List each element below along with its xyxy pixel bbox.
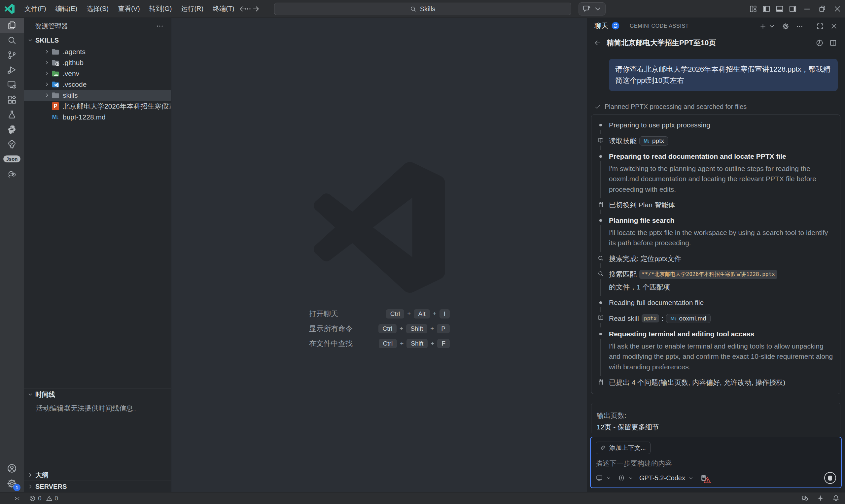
settings-badge: 1 <box>13 484 20 491</box>
file-badge[interactable]: M↓ ooxml.md <box>666 314 710 323</box>
timeline-message: 活动编辑器无法提供时间线信息。 <box>24 400 171 469</box>
copilot-chat-toggle-button[interactable] <box>579 2 605 16</box>
back-arrow-icon[interactable] <box>594 39 602 47</box>
paperclip-icon <box>600 445 606 451</box>
key: P <box>437 324 450 334</box>
usage-timer-icon[interactable] <box>816 39 824 47</box>
account-icon[interactable] <box>6 463 17 474</box>
activity-remote-explorer[interactable] <box>0 77 24 92</box>
menu-selection[interactable]: 选择(S) <box>82 0 113 18</box>
chevron-down-icon[interactable] <box>628 475 633 481</box>
section-skills[interactable]: SKILLS <box>24 34 171 46</box>
remote-indicator[interactable] <box>14 495 20 502</box>
github-folder-icon <box>51 59 60 66</box>
tree-check-icon <box>7 139 17 149</box>
code-context-icon[interactable] <box>618 474 625 482</box>
activity-pytest[interactable] <box>0 137 24 151</box>
toggle-panel-icon[interactable] <box>773 0 786 18</box>
skill-badge[interactable]: M↓ pptx <box>639 136 668 146</box>
menu-edit[interactable]: 编辑(E) <box>51 0 82 18</box>
mcp-server-warning-icon[interactable] <box>700 474 707 482</box>
toggle-secondary-sidebar-icon[interactable] <box>786 0 799 18</box>
menu-view[interactable]: 查看(V) <box>113 0 145 18</box>
new-chat-button[interactable] <box>759 22 776 30</box>
activity-json[interactable]: Json <box>0 151 24 166</box>
timeline-header[interactable]: 时间线 <box>24 389 171 400</box>
chevron-down-icon <box>593 5 602 13</box>
maximize-panel-icon[interactable] <box>816 22 824 30</box>
chat-more-icon[interactable] <box>796 22 804 30</box>
key: Alt <box>414 309 429 319</box>
activity-extensions[interactable] <box>0 92 24 107</box>
venv-folder-icon <box>51 70 60 77</box>
workbench: Json 1 资源管理器 <box>0 18 845 492</box>
chevron-down-icon[interactable] <box>688 475 693 481</box>
activity-testing[interactable] <box>0 107 24 122</box>
customize-layout-icon[interactable] <box>746 0 760 18</box>
shortcut-list: 打开聊天 Ctrl + Alt + I 显示所有命令 Ctrl + Shift <box>309 309 450 348</box>
command-center-search[interactable]: Skills <box>274 3 571 15</box>
editor-welcome: 打开聊天 Ctrl + Alt + I 显示所有命令 Ctrl + Shift <box>171 18 587 492</box>
copilot-status-icon[interactable] <box>801 494 809 502</box>
outline-header[interactable]: 大纲 <box>24 469 171 481</box>
tree-item-venv[interactable]: .venv <box>24 68 171 79</box>
tree-item-vscode[interactable]: .vscode <box>24 79 171 90</box>
servers-header[interactable]: SERVERS <box>24 481 171 492</box>
menu-run[interactable]: 运行(R) <box>176 0 208 18</box>
markdown-file-icon: M↓ <box>51 114 60 121</box>
explorer-more-icon[interactable] <box>156 22 164 30</box>
problems-indicator[interactable]: 0 0 <box>29 495 58 502</box>
servers-section: SERVERS <box>24 481 171 492</box>
tree-item-github[interactable]: .github <box>24 57 171 68</box>
tree-item-pptx-file[interactable]: P 北京邮电大学2026年本科招生寒假宣讲12... <box>24 101 171 111</box>
tree-item-md-file[interactable]: M↓ bupt-1228.md <box>24 111 171 123</box>
activity-python[interactable] <box>0 122 24 137</box>
activity-openhands[interactable] <box>0 166 24 181</box>
settings-gear-icon[interactable]: 1 <box>6 478 17 489</box>
key: I <box>440 309 450 319</box>
activity-search[interactable] <box>0 33 24 48</box>
add-context-chip[interactable]: 添加上下文... <box>596 442 651 454</box>
close-panel-icon[interactable] <box>830 22 838 30</box>
tree-item-skills[interactable]: skills <box>24 90 171 101</box>
chat-input-box[interactable]: 添加上下文... GPT-5.2-Codex <box>590 437 842 488</box>
tab-chat[interactable]: 聊天 <box>594 18 620 34</box>
beaker-icon <box>7 110 17 120</box>
minimize-icon[interactable] <box>799 0 815 18</box>
chevron-down-icon[interactable] <box>606 475 611 481</box>
shortcut-open-chat: 打开聊天 Ctrl + Alt + I <box>309 309 450 319</box>
folder-icon <box>51 92 60 99</box>
nav-forward-icon[interactable] <box>252 5 260 13</box>
gemini-sparkle-icon[interactable] <box>816 494 824 502</box>
close-window-icon[interactable] <box>830 0 845 18</box>
book-icon <box>597 313 604 323</box>
chat-panel-header: 聊天 GEMINI CODE ASSIST <box>588 18 845 34</box>
toggle-primary-sidebar-icon[interactable] <box>760 0 773 18</box>
key: Ctrl <box>379 339 397 348</box>
notifications-bell-icon[interactable] <box>832 494 840 502</box>
menu-go[interactable]: 转到(G) <box>145 0 177 18</box>
split-view-icon[interactable] <box>829 39 837 47</box>
book-icon <box>597 136 604 146</box>
stop-generation-button[interactable] <box>824 472 836 484</box>
nav-back-icon[interactable] <box>239 5 247 13</box>
agent-status-line[interactable]: Planned PPTX processing and searched for… <box>594 103 841 111</box>
chat-message-input[interactable] <box>596 460 836 467</box>
timeline-step: Preparing to read documentation and loca… <box>597 151 834 200</box>
restore-icon[interactable] <box>815 0 830 18</box>
agent-mode-icon[interactable] <box>596 474 603 482</box>
warning-triangle-icon <box>46 495 53 502</box>
model-selector[interactable]: GPT-5.2-Codex <box>639 474 685 482</box>
activity-explorer[interactable] <box>0 18 24 33</box>
menu-file[interactable]: 文件(F) <box>20 0 51 18</box>
markdown-icon: M↓ <box>670 316 676 321</box>
plus-icon <box>759 22 767 30</box>
tree-item-agents[interactable]: .agents <box>24 46 171 57</box>
activity-source-control[interactable] <box>0 48 24 62</box>
chat-settings-gear-icon[interactable] <box>782 22 790 30</box>
menu-terminal[interactable]: 终端(T) <box>208 0 239 18</box>
key: Shift <box>406 324 427 334</box>
bullet-icon <box>597 298 604 308</box>
explorer-title: 资源管理器 <box>35 22 68 31</box>
activity-run-debug[interactable] <box>0 62 24 77</box>
